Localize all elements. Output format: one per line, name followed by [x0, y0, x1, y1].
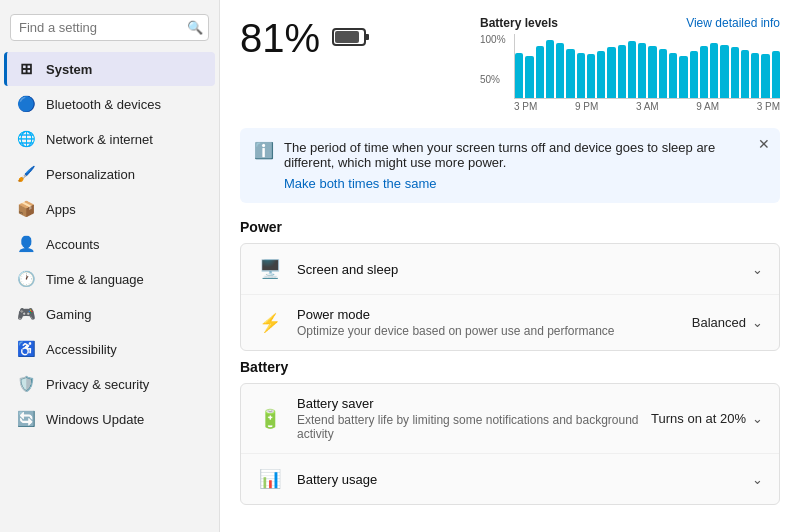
chart-bar-13 — [648, 46, 656, 98]
row-chevron-screen-sleep: ⌄ — [752, 262, 763, 277]
sidebar-item-gaming[interactable]: 🎮 Gaming — [4, 297, 215, 331]
chart-x-label-3: 9 AM — [696, 101, 719, 112]
row-chevron-power-mode: ⌄ — [752, 315, 763, 330]
chart-title: Battery levels — [480, 16, 558, 30]
chart-bar-23 — [751, 53, 759, 99]
chart-bar-10 — [618, 45, 626, 98]
row-chevron-battery-usage: ⌄ — [752, 472, 763, 487]
sidebar-label-personalization: Personalization — [46, 167, 135, 182]
row-icon-power-mode: ⚡ — [257, 310, 283, 336]
row-title-battery-saver: Battery saver — [297, 396, 651, 411]
chart-bar-4 — [556, 43, 564, 98]
sidebar-label-bluetooth: Bluetooth & devices — [46, 97, 161, 112]
sidebar-icon-accessibility: ♿ — [16, 339, 36, 359]
chart-bar-22 — [741, 50, 749, 98]
row-text-power-mode: Power mode Optimize your device based on… — [297, 307, 692, 338]
row-chevron-battery-saver: ⌄ — [752, 411, 763, 426]
chart-x-label-1: 9 PM — [575, 101, 598, 112]
info-icon: ℹ️ — [254, 141, 274, 160]
sidebar-item-personalization[interactable]: 🖌️ Personalization — [4, 157, 215, 191]
chart-x-label-2: 3 AM — [636, 101, 659, 112]
sidebar-icon-privacy: 🛡️ — [16, 374, 36, 394]
row-subtitle-power-mode: Optimize your device based on power use … — [297, 324, 692, 338]
chart-header: Battery levels View detailed info — [480, 16, 780, 30]
chart-x-label-4: 3 PM — [757, 101, 780, 112]
y-label-50: 50% — [480, 74, 512, 85]
row-title-power-mode: Power mode — [297, 307, 692, 322]
app-container: 🔍 ⊞ System 🔵 Bluetooth & devices 🌐 Netwo… — [0, 0, 800, 532]
settings-row-battery-saver[interactable]: 🔋 Battery saver Extend battery life by l… — [241, 384, 779, 454]
battery-chart-area: Battery levels View detailed info 100% 5… — [480, 16, 780, 114]
row-icon-battery-usage: 📊 — [257, 466, 283, 492]
chart-y-labels: 100% 50% — [480, 34, 512, 114]
chart-x-labels: 3 PM9 PM3 AM9 AM3 PM — [514, 101, 780, 112]
sidebar: 🔍 ⊞ System 🔵 Bluetooth & devices 🌐 Netwo… — [0, 0, 220, 532]
sidebar-icon-accounts: 👤 — [16, 234, 36, 254]
sidebar-label-accounts: Accounts — [46, 237, 99, 252]
battery-percent-value: 81% — [240, 16, 320, 61]
sidebar-label-privacy: Privacy & security — [46, 377, 149, 392]
chart-bar-16 — [679, 56, 687, 98]
section-title-power: Power — [240, 219, 780, 235]
sidebar-label-gaming: Gaming — [46, 307, 92, 322]
chart-bar-14 — [659, 49, 667, 98]
sidebar-item-apps[interactable]: 📦 Apps — [4, 192, 215, 226]
sidebar-icon-personalization: 🖌️ — [16, 164, 36, 184]
sidebar-item-privacy[interactable]: 🛡️ Privacy & security — [4, 367, 215, 401]
sidebar-icon-update: 🔄 — [16, 409, 36, 429]
row-icon-screen-sleep: 🖥️ — [257, 256, 283, 282]
sidebar-icon-system: ⊞ — [16, 59, 36, 79]
battery-top: 81% Battery levels View detailed info — [240, 16, 780, 114]
search-input[interactable] — [19, 20, 187, 35]
info-link[interactable]: Make both times the same — [284, 176, 766, 191]
section-title-battery: Battery — [240, 359, 780, 375]
sidebar-label-accessibility: Accessibility — [46, 342, 117, 357]
row-value-power-mode: Balanced — [692, 315, 746, 330]
chart-bar-17 — [690, 51, 698, 98]
sidebar-item-accessibility[interactable]: ♿ Accessibility — [4, 332, 215, 366]
info-box: ℹ️ The period of time when your screen t… — [240, 128, 780, 203]
settings-row-screen-sleep[interactable]: 🖥️ Screen and sleep ⌄ — [241, 244, 779, 295]
main-content: 81% Battery levels View detailed info — [220, 0, 800, 532]
chart-bar-6 — [577, 53, 585, 99]
chart-bars-container — [514, 34, 780, 99]
sidebar-item-system[interactable]: ⊞ System — [4, 52, 215, 86]
sidebar-item-accounts[interactable]: 👤 Accounts — [4, 227, 215, 261]
row-text-battery-usage: Battery usage — [297, 472, 752, 487]
chart-wrapper: 100% 50% 3 PM9 PM3 AM9 AM3 PM — [480, 34, 780, 114]
sidebar-icon-time: 🕐 — [16, 269, 36, 289]
chart-bar-19 — [710, 43, 718, 98]
sections-container: Power 🖥️ Screen and sleep ⌄ ⚡ Power mode… — [240, 219, 780, 505]
sidebar-label-apps: Apps — [46, 202, 76, 217]
sidebar-item-network[interactable]: 🌐 Network & internet — [4, 122, 215, 156]
battery-percent-area: 81% — [240, 16, 370, 61]
chart-bar-24 — [761, 54, 769, 98]
chart-bar-11 — [628, 41, 636, 98]
sidebar-items-container: ⊞ System 🔵 Bluetooth & devices 🌐 Network… — [0, 51, 219, 437]
sidebar-label-time: Time & language — [46, 272, 144, 287]
search-box[interactable]: 🔍 — [10, 14, 209, 41]
sidebar-item-update[interactable]: 🔄 Windows Update — [4, 402, 215, 436]
chart-bar-0 — [515, 53, 523, 99]
sidebar-item-time[interactable]: 🕐 Time & language — [4, 262, 215, 296]
search-icon: 🔍 — [187, 20, 203, 35]
chart-bar-9 — [607, 47, 615, 98]
info-close-button[interactable]: ✕ — [758, 136, 770, 152]
settings-card-power: 🖥️ Screen and sleep ⌄ ⚡ Power mode Optim… — [240, 243, 780, 351]
row-title-screen-sleep: Screen and sleep — [297, 262, 752, 277]
chart-bar-3 — [546, 40, 554, 99]
row-text-screen-sleep: Screen and sleep — [297, 262, 752, 277]
info-text-content: The period of time when your screen turn… — [284, 140, 766, 191]
battery-icon — [332, 23, 370, 55]
settings-row-battery-usage[interactable]: 📊 Battery usage ⌄ — [241, 454, 779, 504]
settings-row-power-mode[interactable]: ⚡ Power mode Optimize your device based … — [241, 295, 779, 350]
row-title-battery-usage: Battery usage — [297, 472, 752, 487]
sidebar-icon-bluetooth: 🔵 — [16, 94, 36, 114]
sidebar-item-bluetooth[interactable]: 🔵 Bluetooth & devices — [4, 87, 215, 121]
row-value-battery-saver: Turns on at 20% — [651, 411, 746, 426]
chart-link[interactable]: View detailed info — [686, 16, 780, 30]
chart-bar-12 — [638, 43, 646, 98]
y-label-100: 100% — [480, 34, 512, 45]
chart-bar-25 — [772, 51, 780, 98]
chart-bar-2 — [536, 46, 544, 98]
